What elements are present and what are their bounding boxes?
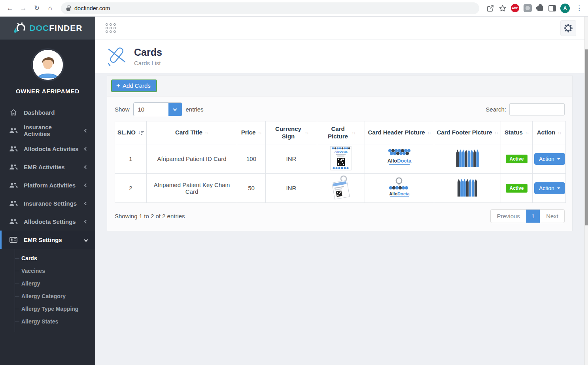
sidebar-item-allodocta-activities[interactable]: Allodocta Activities	[0, 140, 95, 158]
browser-profile-avatar[interactable]: A	[560, 4, 570, 13]
add-cards-button[interactable]: + Add Cards	[111, 79, 157, 92]
card-header-keychain-image: AlloDocta	[387, 177, 412, 198]
extensions-puzzle-icon[interactable]	[537, 6, 543, 11]
svg-text:AlloDocta: AlloDocta	[335, 150, 348, 153]
svg-text:AlloDocta: AlloDocta	[388, 158, 412, 164]
url-bar[interactable]: docfinder.com	[61, 2, 479, 14]
sidebar-item-emr-settings[interactable]: EMR Settings	[0, 231, 95, 249]
sort-icon: ↑↓	[558, 130, 561, 136]
page-size-select[interactable]: 10	[133, 102, 182, 116]
pagination: Previous 1 Next	[490, 209, 565, 223]
cards-panel: + Add Cards Show 10 entries Search:	[107, 75, 573, 231]
chevron-left-icon	[84, 147, 88, 151]
app-logo[interactable]: DOCFINDER	[0, 17, 95, 40]
page-head: Cards Cards List	[95, 40, 588, 73]
cell-card-picture: AlloDocta	[317, 144, 365, 174]
extension-icon[interactable]	[524, 4, 532, 12]
header-status[interactable]: Status↑↓	[501, 121, 533, 144]
cell-action: Action	[533, 174, 566, 203]
cell-status: Active	[501, 174, 533, 203]
page-size-value: 10	[134, 103, 168, 116]
dashboard-home-icon	[9, 109, 18, 116]
status-badge: Active	[506, 184, 527, 193]
scrollbar-thumb[interactable]	[585, 49, 588, 225]
next-page-button[interactable]: Next	[540, 210, 564, 223]
apps-grid-icon[interactable]	[106, 23, 116, 33]
user-avatar[interactable]	[31, 48, 64, 81]
sidebar-item-allodocta-settings[interactable]: Allodocta Settings	[0, 212, 95, 231]
sidebar-item-dashboard[interactable]: Dashboard	[0, 103, 95, 121]
select-arrow	[168, 103, 182, 116]
bookmark-star-icon[interactable]	[499, 4, 507, 12]
header-currency-sign[interactable]: Currency Sign↑↓	[266, 121, 317, 144]
search-label: Search:	[486, 106, 506, 113]
cell-card-title: Afripamed Patient Key Chain Card	[147, 174, 237, 203]
users-icon	[9, 182, 18, 188]
users-icon	[9, 164, 18, 170]
caret-down-icon	[557, 158, 560, 160]
header-card-picture[interactable]: Card Picture↑↓	[317, 121, 365, 144]
users-icon	[9, 128, 18, 134]
sort-icon: ↑↓	[305, 130, 308, 136]
sidebar-item-insurance-settings[interactable]: Insurance Settings	[0, 194, 95, 212]
current-page-button[interactable]: 1	[526, 210, 540, 223]
header-sl-no[interactable]: SL.NO ↓	[115, 121, 147, 144]
page-scrollbar[interactable]	[584, 17, 588, 365]
page-subtitle: Cards List	[134, 60, 162, 66]
previous-page-button[interactable]: Previous	[491, 210, 526, 223]
chevron-left-icon	[84, 201, 88, 205]
submenu-item-allergy-type-mapping[interactable]: Allergy Type Mapping	[15, 303, 95, 315]
app-header	[95, 17, 588, 40]
users-icon	[9, 146, 18, 152]
submenu-item-allergy[interactable]: Allergy	[15, 277, 95, 290]
sort-icon: ↑↓	[258, 130, 261, 136]
cell-currency: INR	[266, 144, 317, 174]
side-panel-icon[interactable]	[548, 5, 556, 11]
sidebar-item-insurance-activities[interactable]: Insurance Activities	[0, 121, 95, 140]
header-price[interactable]: Price↑↓	[237, 121, 266, 144]
header-card-footer-picture[interactable]: Card Footer Picture↑↓	[434, 121, 501, 144]
cell-currency: INR	[266, 174, 317, 203]
sort-icon: ↑↓	[495, 130, 498, 136]
caret-down-icon	[557, 187, 560, 189]
cell-card-picture	[317, 174, 365, 203]
emr-settings-submenu: Cards Vaccines Allergy Allergy Category …	[15, 249, 95, 332]
chevron-down-icon	[84, 238, 88, 242]
sidebar: DOCFINDER OWNER AFRIPAMED	[0, 17, 95, 365]
cell-card-title: Afripamed Patient ID Card	[147, 144, 237, 174]
action-button[interactable]: Action	[534, 182, 565, 194]
table-row: 1 Afripamed Patient ID Card 100 INR	[115, 144, 566, 174]
sort-icon: ↑↓	[525, 130, 529, 136]
header-card-header-picture[interactable]: Card Header Picture↑↓	[365, 121, 434, 144]
submenu-item-cards[interactable]: Cards	[15, 252, 95, 265]
sidebar-item-emr-activities[interactable]: EMR Activities	[0, 158, 95, 176]
reload-icon[interactable]: ↻	[31, 2, 43, 14]
sort-icon: ↑↓	[427, 130, 431, 136]
adblock-extension-icon[interactable]: ABP	[511, 4, 519, 12]
share-icon[interactable]	[486, 4, 494, 12]
card-header-image: AlloDocta	[387, 148, 412, 168]
table-row: 2 Afripamed Patient Key Chain Card 50 IN…	[115, 174, 566, 203]
submenu-item-allergy-states[interactable]: Allergy States	[15, 315, 95, 328]
browser-menu-icon[interactable]: ⋮	[574, 4, 584, 12]
forward-icon[interactable]: →	[17, 2, 29, 14]
back-icon[interactable]: ←	[4, 2, 16, 14]
header-card-title[interactable]: Card Title↑↓	[147, 121, 237, 144]
plus-icon: +	[116, 82, 120, 89]
lock-icon	[66, 8, 70, 11]
logo-text: DOCFINDER	[30, 23, 83, 33]
cell-card-header-picture: AlloDocta	[365, 144, 434, 174]
sidebar-item-platform-activities[interactable]: Platform Activities	[0, 176, 95, 194]
capsule-icon	[107, 46, 126, 67]
action-button[interactable]: Action	[534, 153, 565, 165]
chevron-left-icon	[84, 183, 88, 187]
submenu-item-vaccines[interactable]: Vaccines	[15, 265, 95, 277]
cell-price: 100	[237, 144, 266, 174]
settings-gear-button[interactable]	[560, 20, 576, 36]
home-icon[interactable]: ⌂	[44, 2, 56, 14]
header-action[interactable]: Action↑↓	[533, 121, 566, 144]
search-input[interactable]	[509, 103, 565, 115]
keychain-card-image	[329, 175, 353, 200]
chevron-left-icon	[84, 165, 88, 169]
submenu-item-allergy-category[interactable]: Allergy Category	[15, 290, 95, 303]
